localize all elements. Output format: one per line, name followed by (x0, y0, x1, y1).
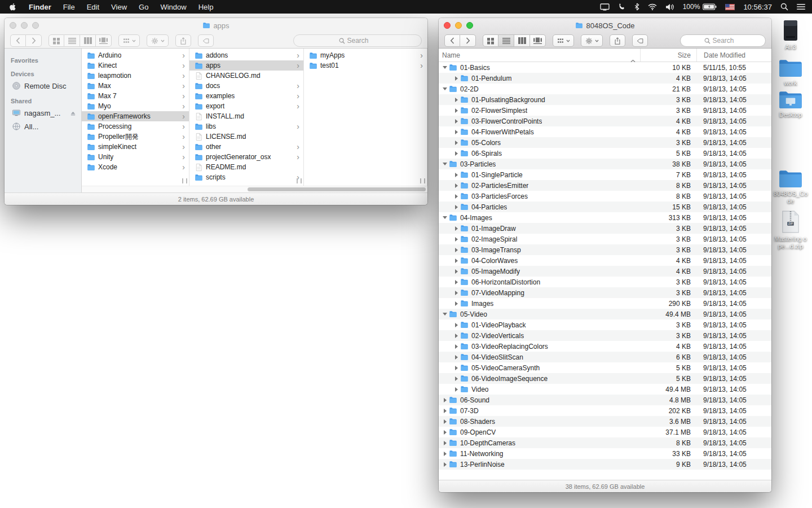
file-row-01-pulsatingbackground[interactable]: 01-PulsatingBackground3 KB9/18/13, 14:05 (439, 94, 771, 105)
file-row-08-shaders[interactable]: 08-Shaders3.6 MB9/18/13, 14:05 (439, 416, 771, 427)
spotlight-icon[interactable] (780, 3, 788, 11)
tags-button[interactable] (198, 34, 214, 47)
file-row-01-pendulum[interactable]: 01-Pendulum4 KB9/18/13, 14:05 (439, 73, 771, 84)
tags-button[interactable] (632, 34, 648, 47)
disclosure-collapsed-icon[interactable] (444, 462, 447, 467)
column-item-install-md[interactable]: INSTALL.md (189, 111, 303, 121)
back-button[interactable] (10, 34, 26, 47)
disclosure-collapsed-icon[interactable] (455, 173, 458, 177)
search-input[interactable] (713, 37, 742, 45)
disclosure-collapsed-icon[interactable] (444, 441, 447, 445)
desktop-icon-desktop[interactable]: Desktop (773, 86, 808, 119)
column-item-license-md[interactable]: LICENSE.md (189, 132, 303, 142)
file-row-02-imagespiral[interactable]: 02-ImageSpiral3 KB9/18/13, 14:05 (439, 234, 771, 244)
view-list-button[interactable] (64, 34, 80, 47)
disclosure-collapsed-icon[interactable] (444, 419, 447, 424)
menu-edit[interactable]: Edit (87, 3, 99, 11)
column-item-leapmotion[interactable]: leapmotion› (82, 71, 189, 81)
desktop-icon-air3[interactable]: Air3 (773, 18, 808, 51)
file-row-04-particles[interactable]: 04-Particles15 KB9/18/13, 14:05 (439, 202, 771, 212)
file-row-01-basics[interactable]: 01-Basics10 KB5/11/15, 10:55 (439, 62, 771, 73)
disclosure-collapsed-icon[interactable] (455, 108, 458, 113)
close-button[interactable] (444, 22, 451, 29)
battery-status[interactable]: 100% (683, 3, 717, 11)
wifi-icon[interactable] (648, 3, 657, 10)
column-header-size[interactable]: Size (640, 49, 696, 62)
horizontal-scrollbar[interactable] (82, 186, 427, 192)
volume-icon[interactable] (665, 3, 674, 11)
disclosure-collapsed-icon[interactable] (455, 269, 458, 274)
disclosure-collapsed-icon[interactable] (455, 151, 458, 156)
view-coverflow-button[interactable] (530, 34, 546, 47)
column-item-max-7[interactable]: Max 7› (82, 91, 189, 101)
menu-view[interactable]: View (111, 3, 127, 11)
disclosure-collapsed-icon[interactable] (455, 237, 458, 242)
column-item-processing[interactable]: Processing› (82, 121, 189, 132)
disclosure-collapsed-icon[interactable] (455, 344, 458, 349)
file-row-06-sound[interactable]: 06-Sound4.8 MB9/18/13, 14:05 (439, 395, 771, 405)
input-source-flag-icon[interactable] (725, 4, 735, 10)
bluetooth-icon[interactable] (634, 3, 639, 11)
search-input[interactable] (347, 37, 377, 45)
display-mirroring-icon[interactable] (600, 3, 610, 11)
action-gear-button[interactable] (147, 34, 169, 47)
file-row-07-3d[interactable]: 07-3D202 KB9/18/13, 14:05 (439, 405, 771, 416)
file-row-03-flowercontrolpoints[interactable]: 03-FlowerControlPoints4 KB9/18/13, 14:05 (439, 116, 771, 126)
file-row-06-spirals[interactable]: 06-Spirals5 KB9/18/13, 14:05 (439, 148, 771, 159)
sidebar-item-all[interactable]: All... (5, 120, 81, 133)
disclosure-collapsed-icon[interactable] (455, 280, 458, 284)
file-row-03-videoreplacingcolors[interactable]: 03-VideoReplacingColors4 KB9/18/13, 14:0… (439, 341, 771, 352)
file-row-03-particles[interactable]: 03-Particles38 KB9/18/13, 14:05 (439, 159, 771, 169)
file-row-04-images[interactable]: 04-Images313 KB9/18/13, 14:05 (439, 212, 771, 223)
column-item-export[interactable]: export› (189, 101, 303, 111)
file-row-06-videoimagesequence[interactable]: 06-VideoImageSequence5 KB9/18/13, 14:05 (439, 373, 771, 384)
disclosure-collapsed-icon[interactable] (455, 355, 458, 360)
disclosure-collapsed-icon[interactable] (455, 205, 458, 209)
column-item-kinect[interactable]: Kinect› (82, 60, 189, 71)
disclosure-collapsed-icon[interactable] (455, 366, 458, 370)
minimize-button[interactable] (21, 22, 28, 29)
file-row-02-particlesemitter[interactable]: 02-ParticlesEmitter8 KB9/18/13, 14:05 (439, 180, 771, 191)
column-item-arduino[interactable]: Arduino› (82, 50, 189, 60)
disclosure-collapsed-icon[interactable] (455, 119, 458, 124)
title-bar[interactable]: 8048OS_Code (439, 18, 771, 33)
view-coverflow-button[interactable] (96, 34, 112, 47)
back-button[interactable] (444, 34, 460, 47)
menu-bar-clock[interactable]: 10:56:37 (743, 3, 772, 11)
file-row-04-flowerwithpetals[interactable]: 04-FlowerWithPetals4 KB9/18/13, 14:05 (439, 126, 771, 137)
disclosure-collapsed-icon[interactable] (455, 226, 458, 231)
column-item-myapps[interactable]: myApps› (304, 50, 427, 60)
menu-go[interactable]: Go (139, 3, 148, 11)
file-row-07-videomapping[interactable]: 07-VideoMapping3 KB9/18/13, 14:05 (439, 287, 771, 298)
view-list-button[interactable] (498, 34, 514, 47)
column-item-unity[interactable]: Unity› (82, 152, 189, 162)
column-item-other[interactable]: other› (189, 142, 303, 152)
minimize-button[interactable] (455, 22, 462, 29)
share-button[interactable] (610, 34, 625, 47)
column-item-projectgenerator-osx[interactable]: projectGenerator_osx› (189, 152, 303, 162)
view-columns-button[interactable] (514, 34, 530, 47)
column-item-changelog-md[interactable]: CHANGELOG.md (189, 71, 303, 81)
column-item-examples[interactable]: examples› (189, 91, 303, 101)
column-item-myo[interactable]: Myo› (82, 101, 189, 111)
column-item-readme-md[interactable]: README.md (189, 162, 303, 172)
disclosure-collapsed-icon[interactable] (444, 452, 447, 456)
menu-window[interactable]: Window (160, 3, 186, 11)
disclosure-expanded-icon[interactable] (443, 216, 447, 219)
file-row-images[interactable]: Images290 KB9/18/13, 14:05 (439, 298, 771, 309)
file-row-01-singleparticle[interactable]: 01-SingleParticle7 KB9/18/13, 14:05 (439, 169, 771, 180)
disclosure-collapsed-icon[interactable] (455, 291, 458, 295)
disclosure-collapsed-icon[interactable] (455, 259, 458, 263)
disclosure-expanded-icon[interactable] (443, 66, 447, 69)
disclosure-collapsed-icon[interactable] (455, 376, 458, 381)
sidebar-item-remote-disc[interactable]: Remote Disc (5, 79, 81, 93)
file-row-01-videoplayback[interactable]: 01-VideoPlayback3 KB9/18/13, 14:05 (439, 319, 771, 330)
desktop-icon-mastering-ope-d-zip[interactable]: ZIPMastering ope...d.zip (773, 210, 808, 250)
disclosure-collapsed-icon[interactable] (455, 76, 458, 81)
notification-center-icon[interactable] (797, 3, 805, 10)
scrollbar-thumb[interactable] (248, 187, 426, 191)
search-field[interactable] (680, 34, 766, 47)
file-row-05-imagemodify[interactable]: 05-ImageModify4 KB9/18/13, 14:05 (439, 266, 771, 277)
file-row-05-video[interactable]: 05-Video49.4 MB9/18/13, 14:05 (439, 309, 771, 319)
view-icons-button[interactable] (483, 34, 498, 47)
